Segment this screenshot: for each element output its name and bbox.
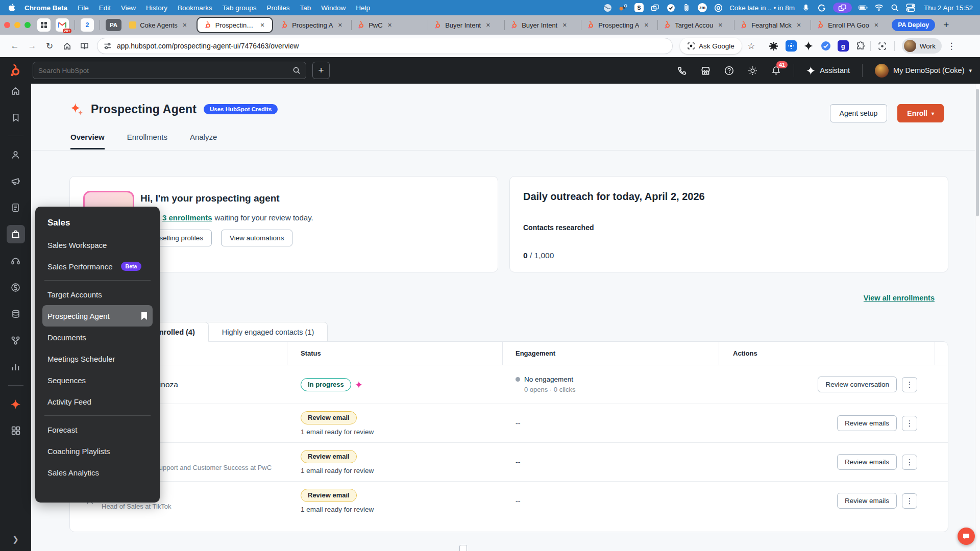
slack-icon[interactable]: S [634, 3, 644, 12]
tab-coke-agents[interactable]: Coke Agents × [124, 15, 194, 35]
menu-item-meetings-scheduler[interactable]: Meetings Scheduler [42, 348, 153, 369]
paperclip-icon[interactable] [682, 3, 691, 12]
review-conversation-button[interactable]: Review conversation [818, 377, 897, 392]
calendar-status-icon[interactable] [714, 3, 723, 12]
crm-icon[interactable] [7, 145, 25, 164]
tab-search-icon[interactable] [37, 18, 51, 32]
extension-tasks-icon[interactable] [820, 40, 831, 52]
create-button[interactable]: + [312, 62, 330, 79]
tab-close-icon[interactable]: × [259, 21, 266, 29]
tab-enroll-pa[interactable]: Enroll PA Goo × [811, 15, 888, 35]
notifications-bell-icon[interactable]: 41 [770, 65, 781, 76]
menu-item-activity-feed[interactable]: Activity Feed [42, 391, 153, 412]
bookmark-star-icon[interactable]: ☆ [744, 38, 759, 54]
screen-share-icon[interactable] [619, 3, 628, 12]
menu-item-sales-analytics[interactable]: Sales Analytics [42, 462, 153, 483]
focus-status-text[interactable]: Coke late in .. • in 8m [729, 4, 795, 12]
tab-target-accounts[interactable]: Target Accou × [658, 15, 734, 35]
workspaces-icon[interactable] [7, 421, 25, 440]
tab-group-pill-pa-deploy[interactable]: PA Deploy [892, 19, 935, 31]
data-icon[interactable] [7, 305, 25, 323]
tab-overview[interactable]: Overview [70, 133, 105, 149]
tab-buyer-intent-1[interactable]: Buyer Intent × [428, 15, 505, 35]
menu-item-sales-workspace[interactable]: Sales Workspace [42, 234, 153, 256]
menu-tab-groups[interactable]: Tab groups [217, 4, 262, 12]
menu-item-target-accounts[interactable]: Target Accounts [42, 284, 153, 305]
row-kebab-icon[interactable]: ⋮ [902, 416, 917, 431]
row-kebab-icon[interactable]: ⋮ [902, 455, 917, 470]
tab-analyze[interactable]: Analyze [190, 133, 217, 149]
row-kebab-icon[interactable]: ⋮ [902, 377, 917, 392]
scrollbar-thumb[interactable] [976, 89, 979, 216]
menu-view[interactable]: View [116, 4, 141, 12]
omnibox[interactable] [97, 38, 673, 54]
window-minimize-button[interactable] [14, 22, 20, 28]
menu-bookmarks[interactable]: Bookmarks [173, 4, 217, 12]
bookmarks-icon[interactable] [7, 108, 25, 127]
reload-icon[interactable]: ↻ [42, 38, 57, 54]
extension-dark-flower-icon[interactable] [768, 40, 779, 52]
automations-icon[interactable] [7, 331, 25, 349]
home-icon[interactable] [59, 38, 75, 54]
extension-blue-gear-icon[interactable] [786, 40, 797, 52]
service-icon[interactable] [7, 252, 25, 270]
extension-gemini-star-icon[interactable] [803, 40, 814, 52]
menubar-app-name[interactable]: Chrome Beta [19, 4, 72, 12]
tab-fearghal[interactable]: Fearghal Mck × [734, 15, 811, 35]
wifi-icon[interactable] [874, 3, 884, 12]
google-calendar-icon[interactable]: 2 [81, 18, 94, 32]
reading-list-icon[interactable] [77, 38, 92, 54]
marketing-icon[interactable] [7, 172, 25, 190]
page-scrollbar[interactable] [975, 84, 980, 551]
menu-profiles[interactable]: Profiles [261, 4, 295, 12]
menu-help[interactable]: Help [351, 4, 375, 12]
apple-icon[interactable] [7, 3, 16, 12]
tab-buyer-intent-2[interactable]: Buyer Intent × [505, 15, 581, 35]
home-icon[interactable] [7, 82, 25, 100]
menubar-clock[interactable]: Thu 2 Apr 15:52 [924, 4, 973, 12]
search-icon[interactable] [292, 66, 301, 74]
grammarly-icon[interactable] [817, 3, 826, 12]
menu-file[interactable]: File [72, 4, 94, 12]
profile-chip[interactable]: Work [902, 38, 942, 54]
browser-menu-kebab-icon[interactable]: ⋮ [944, 38, 959, 54]
windows-copy-icon[interactable] [650, 3, 659, 12]
menu-edit[interactable]: Edit [94, 4, 116, 12]
assistant-button[interactable]: Assistant [806, 66, 850, 75]
tab-prospecting-2[interactable]: Prospecting A × [275, 15, 352, 35]
zoom-icon[interactable]: zm [698, 3, 707, 12]
extension-grammarly-icon[interactable]: g [838, 40, 849, 52]
tab-close-icon[interactable]: × [873, 21, 880, 29]
tab-prospecting-agent-active[interactable]: Prospecting A × [197, 17, 273, 33]
enroll-button[interactable]: Enroll ▾ [897, 104, 944, 122]
hubspot-search-bar[interactable] [33, 62, 306, 79]
marketplace-icon[interactable] [700, 65, 711, 76]
breeze-sparkle-icon[interactable] [7, 395, 25, 413]
tab-close-icon[interactable]: × [643, 21, 650, 29]
review-emails-button[interactable]: Review emails [837, 454, 897, 470]
content-icon[interactable] [7, 198, 25, 217]
sales-icon[interactable] [7, 225, 25, 243]
menu-tab[interactable]: Tab [295, 4, 316, 12]
globe-icon[interactable] [603, 3, 612, 12]
window-close-button[interactable] [4, 22, 10, 28]
new-tab-button[interactable]: + [939, 19, 953, 31]
capture-icon[interactable] [875, 38, 890, 54]
tab-highly-engaged[interactable]: Highly engaged contacts (1) [209, 322, 328, 342]
mission-control-icon[interactable] [833, 3, 852, 13]
ask-google-button[interactable]: Ask Google [680, 38, 742, 54]
menu-item-sequences[interactable]: Sequences [42, 369, 153, 391]
menu-item-prospecting-agent[interactable]: Prospecting Agent [42, 305, 153, 327]
help-chat-widget[interactable] [958, 528, 975, 545]
check-circle-icon[interactable] [666, 3, 675, 12]
calling-phone-icon[interactable] [676, 65, 688, 76]
select-checkbox[interactable] [459, 545, 467, 551]
menu-item-coaching-playlists[interactable]: Coaching Playlists [42, 440, 153, 462]
site-info-icon[interactable] [104, 42, 112, 50]
tab-close-icon[interactable]: × [386, 21, 394, 29]
review-emails-button[interactable]: Review emails [837, 493, 897, 509]
menu-item-documents[interactable]: Documents [42, 327, 153, 348]
tab-close-icon[interactable]: × [717, 21, 724, 29]
window-zoom-button[interactable] [24, 22, 31, 28]
tab-group-chip[interactable]: PA [106, 19, 121, 31]
